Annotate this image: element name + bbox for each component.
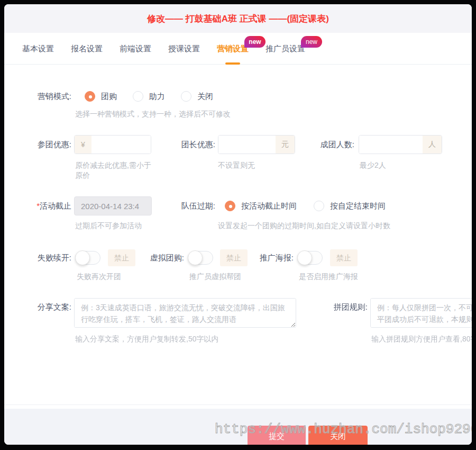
tab-teaching-settings[interactable]: 授课设置 [168, 33, 200, 65]
team-expire-hint: 设置发起一个团购的过期时间,如自定义请设置小时数 [218, 221, 390, 231]
radio-selected-icon [85, 91, 95, 102]
new-badge: new [301, 36, 322, 48]
share-copy-label: 分享文案: [34, 302, 71, 312]
leader-discount-hint: 不设置则无 [218, 160, 255, 170]
group-size-label: 成团人数: [317, 140, 354, 150]
deadline-row: *活动截止 队伍过期: 按活动截止时间 按自定结束时间 [31, 196, 386, 215]
radio-assist[interactable]: 助力 [133, 91, 165, 102]
tab-marketing-settings[interactable]: 营销设置 new [217, 33, 249, 65]
marketing-mode-hint: 选择一种营销模式，支持一种，选择后不可修改 [75, 109, 231, 119]
radio-expire-custom[interactable]: 按自定结束时间 [314, 201, 386, 211]
group-size-hint: 最少2人 [360, 160, 386, 170]
share-copy-hint: 输入分享文案，方便用户复制转发,50字以内 [75, 334, 218, 344]
radio-expire-by-deadline[interactable]: 按活动截止时间 [225, 201, 297, 211]
fail-reopen-state-button[interactable]: 禁止 [108, 249, 135, 266]
footer-divider [4, 404, 472, 405]
discount-row: 参团优惠: ¥ 团长优惠: 元 成团人数: 人 [34, 135, 442, 154]
radio-unselected-icon [314, 201, 324, 211]
group-size-input[interactable] [359, 136, 423, 154]
close-button[interactable]: 关闭 [308, 426, 368, 445]
copy-row: 分享文案: 拼团规则: [34, 298, 472, 328]
edit-course-dialog: 修改—— 打鼓基础A班 正式课 ——(固定课表) 基本设置 报名设置 前端设置 … [4, 4, 472, 445]
deadline-date-input[interactable] [74, 196, 152, 215]
radio-selected-icon [225, 201, 235, 211]
submit-button[interactable]: 提交 [248, 426, 306, 445]
team-expire-label: 队伍过期: [178, 201, 215, 211]
promo-poster-hint: 是否启用推广海报 [299, 272, 358, 282]
deadline-hint: 过期后不可参加活动 [75, 221, 142, 231]
tab-frontend-settings[interactable]: 前端设置 [120, 33, 151, 65]
dialog-header: 修改—— 打鼓基础A班 正式课 ——(固定课表) [4, 4, 472, 33]
group-size-group: 人 [359, 135, 442, 154]
radio-unselected-icon [181, 91, 191, 102]
join-discount-label: 参团优惠: [34, 140, 71, 150]
marketing-mode-row: 营销模式: 团购 助力 关闭 [34, 87, 213, 106]
toggles-row: 失败续开: 禁止 虚拟团购: 禁止 推广海报: 禁止 [34, 248, 358, 267]
new-badge: new [244, 36, 266, 48]
toggle-knob-icon [75, 250, 90, 265]
virtual-group-hint: 推广员虚拟帮团 [189, 272, 241, 282]
leader-discount-input[interactable] [218, 136, 276, 154]
settings-tabbar: 基本设置 报名设置 前端设置 授课设置 营销设置 new 推广员设置 new [4, 33, 472, 65]
tab-signup-settings[interactable]: 报名设置 [71, 33, 103, 65]
leader-discount-label: 团长优惠: [178, 140, 215, 150]
promo-poster-state-button[interactable]: 禁止 [330, 249, 358, 266]
promo-poster-toggle[interactable] [297, 251, 323, 265]
tab-promoter-settings[interactable]: 推广员设置 new [266, 33, 305, 65]
group-rules-label: 拼团规则: [331, 302, 368, 312]
person-suffix: 人 [423, 136, 442, 154]
fail-reopen-label: 失败续开: [34, 253, 71, 263]
group-rules-textarea[interactable] [370, 298, 472, 328]
promo-poster-label: 推广海报: [257, 253, 294, 263]
share-copy-textarea[interactable] [74, 298, 296, 328]
leader-discount-group: 元 [218, 135, 295, 154]
virtual-group-label: 虚拟团购: [147, 253, 184, 263]
radio-off[interactable]: 关闭 [181, 91, 213, 102]
join-discount-hint: 原价减去此优惠,需小于原价 [75, 160, 155, 181]
toggle-knob-icon [297, 250, 312, 265]
fail-reopen-hint: 失败再次开团 [77, 272, 121, 282]
tab-basic-settings[interactable]: 基本设置 [22, 33, 54, 65]
virtual-group-state-button[interactable]: 禁止 [220, 249, 248, 266]
join-discount-input[interactable] [91, 136, 151, 154]
dialog-footer [4, 409, 472, 445]
toggle-knob-icon [188, 250, 203, 265]
group-rules-hint: 输入拼团规则方便用户查看,80字以内 [371, 334, 472, 344]
fail-reopen-toggle[interactable] [75, 251, 100, 265]
yuan-suffix: 元 [276, 136, 295, 154]
yuan-prefix: ¥ [75, 136, 91, 154]
radio-group-buy[interactable]: 团购 [85, 91, 117, 102]
radio-unselected-icon [133, 91, 143, 102]
join-discount-group: ¥ [74, 135, 151, 154]
virtual-group-toggle[interactable] [188, 251, 213, 265]
marketing-mode-label: 营销模式: [34, 92, 71, 102]
deadline-label: *活动截止 [31, 201, 71, 211]
page-title: 修改—— 打鼓基础A班 正式课 ——(固定课表) [147, 13, 329, 25]
